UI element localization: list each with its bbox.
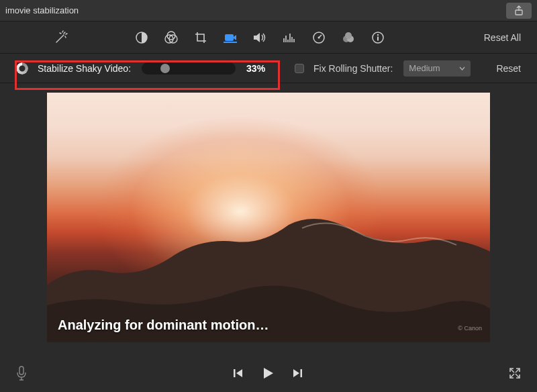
slider-thumb[interactable] — [160, 64, 170, 73]
titlebar: imovie stabilization — [0, 0, 537, 21]
prev-frame-button[interactable] — [232, 367, 244, 379]
info-icon[interactable] — [371, 30, 385, 45]
svg-rect-17 — [301, 369, 303, 377]
svg-rect-16 — [234, 369, 236, 377]
share-icon — [514, 5, 524, 16]
rolling-shutter-label: Fix Rolling Shutter: — [313, 63, 393, 74]
reset-button[interactable]: Reset — [496, 63, 521, 74]
stabilize-value: 33% — [246, 63, 271, 74]
fullscreen-button[interactable] — [509, 367, 521, 379]
rolling-shutter-dropdown[interactable]: Medium — [403, 60, 471, 77]
stabilization-controls: Stabilize Shaky Video: 33% Fix Rolling S… — [0, 54, 537, 83]
share-button[interactable] — [506, 3, 532, 19]
color-filters-icon[interactable] — [341, 30, 356, 45]
svg-point-13 — [377, 34, 379, 35]
crop-icon[interactable] — [193, 30, 208, 45]
loading-spinner-icon — [16, 62, 28, 75]
svg-rect-0 — [516, 10, 522, 15]
chevron-down-icon — [459, 66, 465, 70]
analysis-status: Analyzing for dominant motion… — [58, 317, 268, 333]
noise-reduction-icon[interactable] — [282, 30, 297, 45]
stabilization-icon[interactable] — [223, 30, 238, 45]
stabilize-slider[interactable] — [142, 62, 236, 75]
voiceover-button[interactable] — [16, 366, 27, 381]
play-button[interactable] — [260, 366, 275, 381]
window-title: imovie stabilization — [5, 5, 79, 15]
svg-point-8 — [318, 36, 320, 38]
svg-rect-15 — [19, 366, 23, 375]
speed-icon[interactable] — [311, 30, 326, 45]
volume-icon[interactable] — [252, 30, 267, 45]
video-preview: Analyzing for dominant motion… © Canon — [47, 93, 490, 342]
svg-rect-6 — [224, 42, 237, 43]
playback-bar — [0, 360, 537, 387]
reset-all-button[interactable]: Reset All — [484, 32, 521, 43]
inspector-toolbar: Reset All — [0, 21, 537, 54]
svg-rect-14 — [377, 36, 379, 40]
transport-controls — [232, 366, 303, 381]
color-balance-icon[interactable] — [134, 30, 149, 45]
stabilize-label: Stabilize Shaky Video: — [38, 63, 131, 74]
svg-point-11 — [345, 32, 352, 39]
rolling-shutter-checkbox[interactable] — [295, 64, 304, 73]
dropdown-value: Medium — [409, 63, 440, 73]
next-frame-button[interactable] — [291, 367, 303, 379]
magic-wand-icon[interactable] — [54, 30, 68, 45]
svg-rect-5 — [225, 34, 234, 41]
preview-watermark: © Canon — [458, 325, 482, 332]
color-correction-icon[interactable] — [164, 30, 179, 45]
